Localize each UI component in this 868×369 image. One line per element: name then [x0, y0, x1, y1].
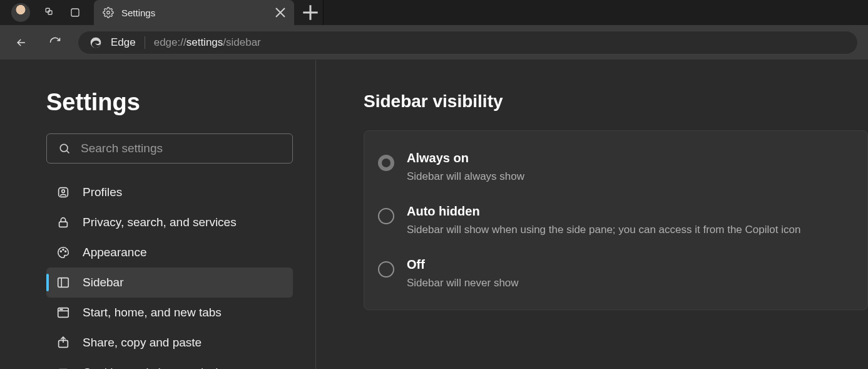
svg-point-10	[63, 249, 64, 251]
section-title: Sidebar visibility	[364, 91, 868, 112]
svg-rect-12	[58, 278, 69, 288]
settings-sidebar: Settings Profiles Privacy, search, and s…	[0, 60, 316, 369]
visibility-card: Always on Sidebar will always show Auto …	[364, 130, 868, 310]
nav-label: Profiles	[83, 185, 122, 199]
window-icon	[56, 306, 70, 320]
workspaces-icon	[44, 7, 56, 18]
nav-item-appearance[interactable]: Appearance	[46, 237, 293, 268]
nav-label: Sidebar	[83, 276, 124, 289]
option-desc: Sidebar will never show	[407, 277, 519, 289]
nav-item-start[interactable]: Start, home, and new tabs	[46, 298, 293, 328]
browser-toolbar: Edge edge://settings/sidebar	[0, 25, 868, 60]
arrow-left-icon	[15, 36, 28, 49]
tab-title: Settings	[121, 8, 272, 18]
radio-icon	[378, 208, 394, 224]
panel-icon	[56, 276, 70, 289]
address-bar[interactable]: Edge edge://settings/sidebar	[78, 31, 858, 55]
share-icon	[56, 336, 70, 350]
svg-point-14	[60, 309, 61, 309]
new-tab-button[interactable]	[298, 0, 323, 25]
edge-logo-icon	[89, 36, 102, 49]
option-auto-hidden[interactable]: Auto hidden Sidebar will show when using…	[378, 199, 854, 252]
refresh-icon	[49, 36, 61, 49]
nav-item-cookies[interactable]: Cookies and site permissions	[46, 358, 293, 369]
nav-item-privacy[interactable]: Privacy, search, and services	[46, 207, 293, 237]
svg-point-7	[62, 190, 65, 193]
radio-icon	[378, 261, 394, 278]
settings-main: Sidebar visibility Always on Sidebar wil…	[316, 60, 868, 369]
nav-label: Privacy, search, and services	[83, 216, 237, 229]
search-settings[interactable]	[46, 133, 293, 164]
square-icon	[69, 7, 81, 18]
svg-point-3	[107, 11, 110, 14]
nav-label: Cookies and site permissions	[83, 366, 237, 369]
page-content: Settings Profiles Privacy, search, and s…	[0, 60, 868, 369]
back-button[interactable]	[10, 31, 33, 54]
nav-item-share[interactable]: Share, copy and paste	[46, 328, 293, 358]
gear-icon	[103, 7, 114, 18]
browser-tab-active[interactable]: Settings	[94, 0, 294, 25]
svg-point-9	[60, 251, 61, 252]
svg-point-15	[62, 309, 63, 309]
workspaces-button[interactable]	[38, 0, 63, 25]
option-desc: Sidebar will always show	[407, 170, 524, 183]
option-desc: Sidebar will show when using the side pa…	[407, 224, 800, 236]
search-icon	[58, 142, 71, 155]
refresh-button[interactable]	[44, 31, 66, 54]
svg-point-11	[65, 251, 66, 252]
window-titlebar: Settings	[0, 0, 868, 25]
nav-item-profiles[interactable]: Profiles	[46, 177, 293, 207]
site-identity: Edge	[111, 36, 145, 49]
svg-rect-0	[46, 8, 49, 12]
plus-icon	[298, 0, 323, 25]
profile-avatar[interactable]	[11, 3, 30, 22]
nav-label: Appearance	[83, 246, 146, 259]
svg-rect-1	[48, 11, 52, 14]
nav-item-sidebar[interactable]: Sidebar	[46, 268, 293, 298]
cookie-icon	[56, 366, 70, 369]
titlebar-spacer	[323, 0, 868, 25]
option-label: Off	[407, 257, 519, 272]
url-text: edge://settings/sidebar	[154, 36, 261, 49]
radio-selected-icon	[378, 155, 394, 171]
close-icon	[272, 4, 289, 21]
search-input[interactable]	[81, 142, 281, 155]
tab-actions-button[interactable]	[63, 0, 88, 25]
svg-rect-8	[59, 222, 68, 227]
lock-icon	[56, 216, 70, 229]
page-title: Settings	[46, 89, 293, 116]
option-label: Always on	[407, 151, 524, 165]
tab-close-button[interactable]	[272, 4, 289, 21]
nav-label: Share, copy and paste	[83, 336, 202, 350]
option-label: Auto hidden	[407, 204, 800, 219]
option-always-on[interactable]: Always on Sidebar will always show	[378, 146, 854, 199]
palette-icon	[56, 246, 70, 259]
svg-point-5	[60, 144, 68, 152]
option-off[interactable]: Off Sidebar will never show	[378, 252, 854, 306]
profile-icon	[56, 185, 70, 199]
svg-rect-2	[71, 9, 79, 16]
nav-label: Start, home, and new tabs	[83, 306, 222, 320]
settings-nav: Profiles Privacy, search, and services A…	[46, 177, 293, 369]
